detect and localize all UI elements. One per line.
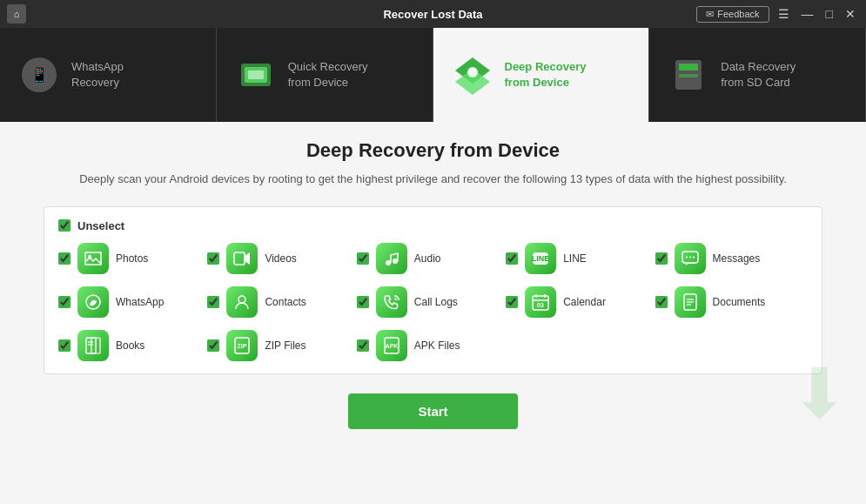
checkbox-whatsapp[interactable] (58, 296, 70, 308)
item-line: LINE LINE (506, 243, 655, 274)
label-documents: Documents (713, 296, 766, 308)
label-calllogs: Call Logs (414, 296, 458, 308)
svg-rect-12 (234, 252, 245, 265)
label-line: LINE (563, 252, 587, 265)
title-bar-controls: ✉ Feedback ☰ — □ ✕ (696, 6, 859, 23)
app-title: Recover Lost Data (383, 8, 482, 21)
checkbox-line[interactable] (506, 252, 518, 265)
icon-calllogs (376, 286, 407, 318)
item-contacts: Contacts (207, 286, 356, 318)
item-audio: Audio (357, 243, 506, 274)
svg-text:03: 03 (537, 302, 544, 308)
panel-header: Unselect (58, 219, 804, 232)
unselect-checkbox[interactable] (58, 219, 70, 232)
start-button[interactable]: Start (348, 393, 517, 429)
svg-point-22 (238, 296, 245, 303)
tab-quick[interactable]: Quick Recoveryfrom Device (217, 28, 433, 122)
title-bar: ⌂ Recover Lost Data ✉ Feedback ☰ — □ ✕ (0, 0, 866, 28)
svg-text:ZIP: ZIP (238, 343, 247, 349)
main-content: Deep Recovery from Device Deeply scan yo… (0, 122, 866, 447)
svg-point-20 (693, 256, 695, 258)
checkbox-contacts[interactable] (207, 296, 219, 308)
feedback-button[interactable]: ✉ Feedback (696, 6, 769, 23)
svg-text:📱: 📱 (30, 65, 50, 84)
sd-tab-label: Data Recoveryfrom SD Card (721, 59, 796, 91)
maximize-button[interactable]: □ (822, 8, 836, 20)
svg-point-13 (386, 260, 391, 265)
home-button[interactable]: ⌂ (7, 4, 26, 24)
minimize-button[interactable]: — (798, 8, 817, 20)
icon-messages (675, 243, 706, 274)
label-photos: Photos (116, 252, 148, 265)
item-whatsapp: WhatsApp (58, 286, 207, 318)
checkbox-videos[interactable] (207, 252, 219, 265)
deep-tab-label: Deep Recoveryfrom Device (505, 59, 587, 91)
label-books: Books (116, 339, 144, 352)
label-videos: Videos (265, 252, 296, 265)
icon-zipfiles: ZIP (226, 330, 258, 361)
page-description: Deeply scan your Android devices by root… (35, 171, 831, 189)
label-messages: Messages (713, 252, 761, 265)
icon-contacts (226, 286, 258, 318)
icon-photos (77, 243, 109, 274)
item-books: Books (58, 330, 207, 361)
close-button[interactable]: ✕ (842, 8, 859, 20)
start-area: Start (35, 393, 831, 429)
label-contacts: Contacts (265, 296, 305, 308)
items-grid: Photos Videos Audio (58, 243, 804, 361)
svg-point-14 (393, 259, 398, 264)
tab-sd[interactable]: Data Recoveryfrom SD Card (649, 28, 866, 122)
item-zipfiles: ZIP ZIP Files (207, 330, 356, 361)
page-title: Deep Recovery from Device (35, 139, 831, 162)
icon-apkfiles: APK (376, 330, 407, 361)
icon-books (77, 330, 109, 361)
whatsapp-tab-label: WhatsAppRecovery (71, 59, 124, 91)
nav-tabs: 📱 WhatsAppRecovery Quick Recoveryfrom De… (0, 28, 866, 122)
sd-tab-icon (667, 53, 710, 97)
unselect-label: Unselect (77, 219, 124, 232)
checkbox-photos[interactable] (58, 252, 70, 265)
svg-rect-10 (679, 74, 698, 77)
checkbox-audio[interactable] (357, 252, 369, 265)
content-area: Deep Recovery from Device Deeply scan yo… (0, 122, 866, 447)
checkbox-messages[interactable] (655, 252, 668, 265)
svg-point-7 (467, 67, 478, 77)
checkbox-calllogs[interactable] (357, 296, 369, 308)
tab-whatsapp[interactable]: 📱 WhatsAppRecovery (0, 28, 217, 122)
email-icon: ✉ (706, 9, 714, 20)
checkbox-zipfiles[interactable] (207, 339, 219, 352)
label-zipfiles: ZIP Files (265, 339, 305, 352)
svg-text:APK: APK (385, 343, 398, 349)
label-whatsapp: WhatsApp (116, 296, 164, 308)
quick-tab-label: Quick Recoveryfrom Device (288, 59, 368, 91)
label-calendar: Calendar (563, 296, 606, 308)
quick-tab-icon (234, 53, 278, 97)
item-documents: Documents (655, 286, 804, 318)
checkbox-books[interactable] (58, 339, 70, 352)
checkbox-documents[interactable] (655, 296, 668, 308)
icon-line: LINE (525, 243, 556, 274)
whatsapp-tab-icon: 📱 (17, 53, 61, 97)
items-panel: Unselect Photos Videos (44, 206, 822, 374)
item-calendar: 03 Calendar (506, 286, 655, 318)
icon-audio (376, 243, 407, 274)
checkbox-apkfiles[interactable] (357, 339, 369, 352)
icon-documents (675, 286, 706, 318)
checkbox-calendar[interactable] (506, 296, 518, 308)
svg-text:LINE: LINE (532, 254, 550, 263)
label-apkfiles: APK Files (414, 339, 460, 352)
svg-point-18 (686, 256, 688, 258)
icon-whatsapp (77, 286, 109, 318)
svg-point-19 (689, 256, 691, 258)
menu-button[interactable]: ☰ (775, 8, 793, 20)
deep-tab-icon (451, 53, 494, 97)
title-bar-left: ⌂ (7, 4, 26, 24)
item-messages: Messages (655, 243, 804, 274)
icon-calendar: 03 (525, 286, 556, 318)
item-photos: Photos (58, 243, 207, 274)
tab-deep[interactable]: Deep Recoveryfrom Device (433, 28, 650, 122)
label-audio: Audio (414, 252, 441, 265)
icon-videos (226, 243, 258, 274)
item-videos: Videos (207, 243, 356, 274)
svg-rect-9 (679, 64, 698, 71)
